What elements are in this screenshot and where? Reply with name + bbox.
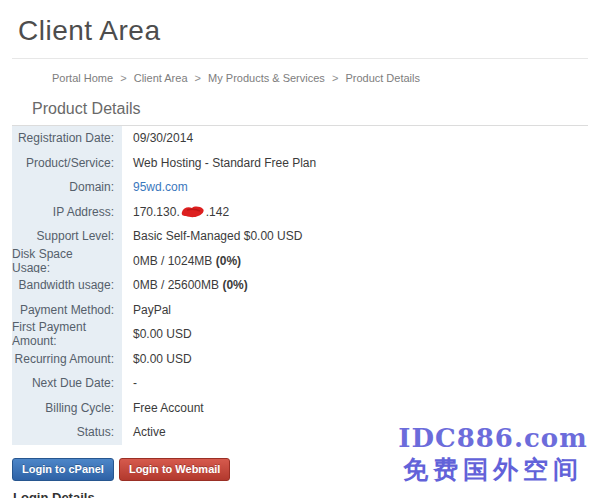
row-value: 09/30/2014 [122,126,193,151]
table-row-billing-cycle: Billing Cycle: Free Account [12,396,588,421]
row-label: Payment Method: [12,298,122,323]
row-value: $0.00 USD [122,347,192,372]
action-buttons: Login to cPanel Login to Webmail [12,458,600,481]
breadcrumb: Portal Home > Client Area > My Products … [52,72,588,84]
row-label: IP Address: [12,200,122,225]
table-row-domain: Domain: 95wd.com [12,175,588,200]
row-label: Domain: [12,175,122,200]
row-value: PayPal [122,298,171,323]
client-area-page: Client Area Portal Home > Client Area > … [0,0,600,498]
redaction-scribble-icon [181,205,205,218]
breadcrumb-separator: > [332,72,338,84]
row-value: - [122,371,137,396]
row-label: Bandwidth usage: [12,273,122,298]
row-label: Registration Date: [12,126,122,151]
login-to-webmail-button[interactable]: Login to Webmail [119,458,230,481]
row-label: Billing Cycle: [12,396,122,421]
row-value: 95wd.com [122,175,188,200]
table-row-registration-date: Registration Date: 09/30/2014 [12,126,588,151]
section-title-product-details: Product Details [12,100,588,126]
breadcrumb-separator: > [195,72,201,84]
usage-percent: (0%) [222,278,247,292]
page-title: Client Area [0,0,600,48]
table-row-product-service: Product/Service: Web Hosting - Standard … [12,151,588,176]
row-value: 0MB / 1024MB (0%) [122,249,241,274]
row-label: Product/Service: [12,151,122,176]
breadcrumb-client-area[interactable]: Client Area [134,72,188,84]
row-value: 0MB / 25600MB (0%) [122,273,248,298]
row-value: Web Hosting - Standard Free Plan [122,151,316,176]
row-label: Status: [12,420,122,445]
row-value: $0.00 USD [122,322,192,347]
row-label: Disk Space Usage: [12,249,122,274]
table-row-first-payment-amount: First Payment Amount: $0.00 USD [12,322,588,347]
domain-link[interactable]: 95wd.com [133,180,188,194]
row-label: Support Level: [12,224,122,249]
table-row-payment-method: Payment Method: PayPal [12,298,588,323]
usage-percent: (0%) [216,254,241,268]
table-row-next-due-date: Next Due Date: - [12,371,588,396]
breadcrumb-product-details: Product Details [345,72,420,84]
product-details-table: Registration Date: 09/30/2014 Product/Se… [12,126,588,445]
breadcrumb-separator: > [120,72,126,84]
ip-suffix: .142 [206,205,229,219]
row-value: Free Account [122,396,204,421]
row-value: 170.130. .142 [122,200,229,225]
header-divider [12,58,588,59]
status-value: Active [122,420,166,445]
table-row-support-level: Support Level: Basic Self-Managed $0.00 … [12,224,588,249]
table-row-status: Status: Active [12,420,588,445]
table-row-recurring-amount: Recurring Amount: $0.00 USD [12,347,588,372]
table-row-bandwidth-usage: Bandwidth usage: 0MB / 25600MB (0%) [12,273,588,298]
row-label: Recurring Amount: [12,347,122,372]
row-label: Next Due Date: [12,371,122,396]
table-row-ip-address: IP Address: 170.130. .142 [12,200,588,225]
section-title-login-details: Login Details [13,490,600,498]
usage-amount: 0MB / 25600MB [133,278,222,292]
login-to-cpanel-button[interactable]: Login to cPanel [12,458,114,481]
breadcrumb-portal-home[interactable]: Portal Home [52,72,113,84]
usage-amount: 0MB / 1024MB [133,254,216,268]
ip-prefix: 170.130. [133,205,180,219]
table-row-disk-space-usage: Disk Space Usage: 0MB / 1024MB (0%) [12,249,588,274]
breadcrumb-my-products[interactable]: My Products & Services [208,72,325,84]
row-value: Basic Self-Managed $0.00 USD [122,224,302,249]
row-label: First Payment Amount: [12,322,122,347]
